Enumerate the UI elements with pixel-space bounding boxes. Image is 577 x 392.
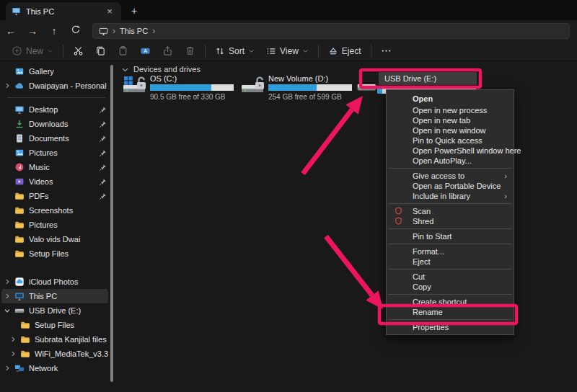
sort-button[interactable]: Sort [209, 43, 260, 60]
sidebar-item-pictures[interactable]: Pictures [1, 146, 108, 160]
drive-usage-fill [268, 84, 317, 91]
sidebar-item-gallery[interactable]: Gallery [1, 64, 108, 79]
drive-tile-new-volume-d[interactable]: New Volume (D:)254 GB free of 599 GB [241, 74, 356, 100]
sidebar-item-label: iCloud Photos [29, 277, 108, 286]
address-bar[interactable]: › This PC › [92, 23, 570, 39]
delete-button[interactable] [179, 43, 201, 60]
menu-item-open-autoplay[interactable]: Open AutoPlay... [387, 156, 514, 166]
sidebar-item-label: Subrata Kanjilal files [35, 335, 108, 344]
sidebar-item-setup-files[interactable]: Setup Files [1, 246, 108, 261]
drive-free-space-label: 254 GB free of 599 GB [268, 93, 342, 101]
sidebar-item-dwaipayan-personal[interactable]: Dwaipayan - Personal [1, 79, 108, 93]
folder-icon [19, 320, 32, 330]
sidebar-item-videos[interactable]: Videos [1, 174, 108, 189]
sidebar-item-icloud-photos[interactable]: iCloud Photos [1, 275, 108, 289]
toolbar-divider [318, 45, 319, 58]
chevron-down-icon [302, 48, 309, 54]
forward-button[interactable]: → [22, 25, 43, 37]
copy-button[interactable] [89, 43, 112, 60]
picture-icon [13, 148, 26, 158]
sidebar-item-downloads[interactable]: Downloads [1, 117, 108, 131]
menu-item-open[interactable]: Open [387, 92, 514, 105]
document-icon [13, 133, 26, 143]
monitor-icon [99, 27, 108, 36]
chevron-right-icon[interactable] [1, 365, 13, 372]
folder-icon [13, 191, 26, 201]
menu-item-give-access-to[interactable]: Give access to› [387, 171, 514, 181]
sidebar-item-subrata-kanjilal-files[interactable]: Subrata Kanjilal files [1, 332, 108, 347]
sidebar-item-pdfs[interactable]: PDFs [1, 189, 108, 203]
tab-title: This PC [26, 7, 99, 16]
breadcrumb-separator: › [113, 26, 115, 36]
breadcrumb-separator: › [152, 26, 155, 36]
up-button[interactable]: ↑ [43, 25, 65, 37]
menu-item-label: Copy [413, 282, 431, 291]
sidebar-item-label: Downloads [29, 120, 97, 128]
refresh-button[interactable] [65, 24, 87, 37]
menu-item-create-shortcut[interactable]: Create shortcut [387, 297, 514, 307]
breadcrumb-this-pc[interactable]: This PC [120, 27, 148, 35]
cut-button[interactable] [67, 43, 89, 60]
menu-item-format[interactable]: Format... [387, 246, 514, 257]
eject-button-label: Eject [342, 46, 361, 56]
menu-item-rename[interactable]: Rename [387, 307, 514, 317]
new-tab-button[interactable]: + [127, 4, 141, 19]
view-button[interactable]: View [260, 43, 314, 60]
share-button[interactable] [157, 43, 179, 60]
menu-item-open-in-new-process[interactable]: Open in new process [387, 105, 514, 115]
sidebar-item-setup-files[interactable]: Setup Files [1, 318, 108, 332]
menu-item-copy[interactable]: Copy [387, 282, 514, 292]
rename-button[interactable]: A [134, 43, 157, 60]
drive-usage-fill [150, 84, 211, 91]
chevron-right-icon[interactable] [7, 336, 19, 343]
menu-item-open-powershell-window-here[interactable]: Open PowerShell window here [387, 146, 514, 156]
menu-item-open-in-new-tab[interactable]: Open in new tab [387, 115, 514, 125]
drive-tile-os-c[interactable]: OS (C:)90.5 GB free of 330 GB [123, 74, 238, 100]
menu-item-eject[interactable]: Eject [387, 257, 514, 267]
sidebar-item-valo-vids-dwai[interactable]: Valo vids Dwai [1, 232, 108, 246]
sidebar-item-documents[interactable]: Documents [1, 131, 108, 146]
toolbar-divider [63, 45, 63, 58]
menu-item-label: Create shortcut [413, 298, 467, 306]
tab-this-pc[interactable]: This PC × [6, 2, 121, 20]
chevron-right-icon[interactable] [1, 82, 13, 89]
sidebar-item-screenshots[interactable]: Screenshots [1, 203, 108, 218]
sidebar-item-network[interactable]: Network [1, 361, 108, 375]
gallery-icon [13, 66, 26, 76]
menu-item-pin-to-quick-access[interactable]: Pin to Quick access [387, 135, 514, 146]
chevron-right-icon[interactable] [7, 350, 19, 357]
sidebar-item-this-pc[interactable]: This PC [1, 289, 108, 303]
command-toolbar: New A Sort View Eject [0, 41, 577, 61]
menu-item-include-in-library[interactable]: Include in library› [387, 191, 514, 201]
sidebar-item-music[interactable]: Music [1, 160, 108, 174]
menu-item-properties[interactable]: Properties [387, 322, 514, 332]
sidebar-item-usb-drive-e[interactable]: USB Drive (E:) [1, 303, 108, 318]
menu-item-open-as-portable-device[interactable]: Open as Portable Device [387, 181, 514, 191]
sidebar-scrollbar[interactable] [110, 65, 113, 382]
menu-item-label: Give access to [413, 172, 464, 180]
paste-button[interactable] [112, 43, 134, 60]
chevron-right-icon[interactable] [1, 278, 13, 285]
menu-item-shred[interactable]: Shred [387, 216, 514, 226]
chevron-down-icon[interactable] [1, 307, 13, 314]
chevron-right-icon[interactable] [1, 293, 13, 300]
devices-and-drives-header[interactable]: Devices and drives [121, 65, 201, 74]
menu-item-cut[interactable]: Cut [387, 272, 514, 282]
menu-item-open-in-new-window[interactable]: Open in new window [387, 125, 514, 135]
back-button[interactable]: ← [0, 25, 22, 37]
more-options-button[interactable] [375, 43, 397, 60]
tab-close-icon[interactable]: × [104, 6, 115, 17]
sidebar-item-pictures[interactable]: Pictures [1, 218, 108, 232]
eject-button[interactable]: Eject [322, 43, 367, 60]
eject-icon [328, 46, 338, 56]
plus-circle-icon [12, 45, 22, 56]
sidebar-item-wifi-mediatek-v3-3-0-350[interactable]: WiFi_MediaTek_v3.3.0.350 [1, 347, 108, 361]
new-button[interactable]: New [6, 43, 59, 60]
menu-item-label: Open PowerShell window here [413, 146, 521, 155]
toolbar-divider [205, 45, 206, 58]
drive-usb-icon [357, 76, 377, 96]
drive-icon [13, 306, 26, 316]
menu-item-scan[interactable]: Scan [387, 206, 514, 216]
sidebar-item-desktop[interactable]: Desktop [1, 102, 108, 117]
menu-item-pin-to-start[interactable]: Pin to Start [387, 231, 514, 241]
